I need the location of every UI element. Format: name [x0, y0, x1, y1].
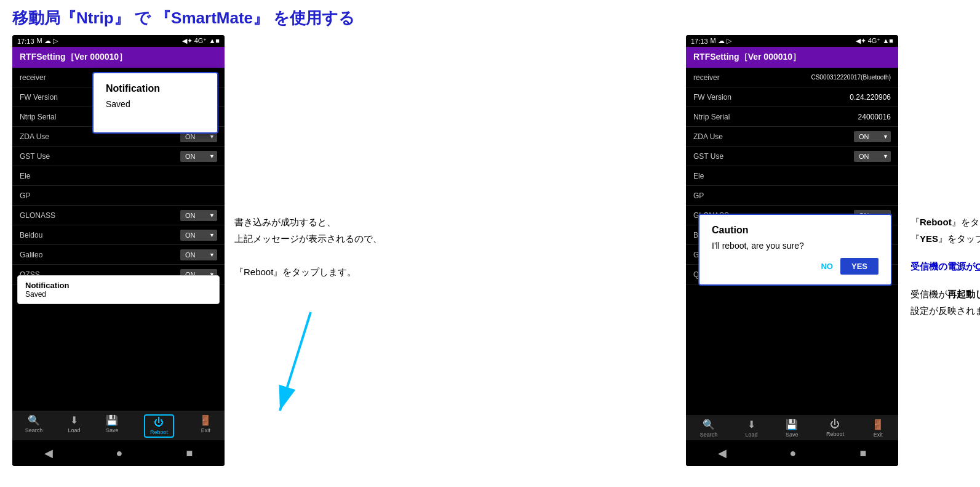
row-label: GP — [20, 191, 30, 200]
notification-title-large: Notification — [106, 83, 205, 94]
right-status-icons-right: ◀✦ 4G⁺ ▲■ — [856, 37, 893, 45]
table-row: ZDA Use ON▼ — [686, 127, 898, 147]
right-time: 17:13 — [691, 38, 708, 45]
right-zda-dropdown[interactable]: ON▼ — [854, 131, 891, 142]
row-label: GLONASS — [20, 211, 55, 220]
right-annotation-area: 『Reboot』をタップした後、 『YES』をタップします。 受信機の電源がOF… — [898, 207, 980, 325]
row-label: Ele — [693, 172, 704, 180]
table-row: GP — [686, 186, 898, 206]
right-nav-search[interactable]: 🔍 Search — [700, 419, 718, 438]
table-row: Ele — [12, 166, 225, 186]
row-label: GST Use — [693, 152, 723, 161]
table-row: GST Use ON▼ — [686, 147, 898, 166]
right-gst-dropdown[interactable]: ON▼ — [854, 151, 891, 162]
right-android-nav: ◀ ● ■ — [686, 440, 898, 466]
left-status-icons-right: ◀✦ 4G⁺ ▲■ — [182, 37, 220, 45]
table-row: receiver CS000312220017(Bluetooth) — [686, 68, 898, 87]
table-row: Ele — [686, 166, 898, 186]
nav-label: Load — [746, 432, 758, 438]
nav-exit[interactable]: 🚪 Exit — [199, 414, 212, 438]
left-status-bar: 17:13 M ☁ ▷ ◀✦ 4G⁺ ▲■ — [12, 35, 225, 47]
caution-no-button[interactable]: NO — [821, 258, 833, 275]
nav-load[interactable]: ⬇ Load — [68, 414, 81, 438]
right-annotation-line4: 受信機が再起動して電源ONになり、 設定が反映されます。 — [910, 286, 980, 319]
back-button[interactable]: ◀ — [718, 446, 727, 460]
svg-line-0 — [280, 312, 311, 411]
left-bottom-nav: 🔍 Search ⬇ Load 💾 Save ⏻ Reboot 🚪 E — [12, 411, 225, 440]
home-button[interactable]: ● — [790, 447, 797, 460]
nav-label: Search — [700, 432, 718, 438]
nav-label: Load — [68, 427, 81, 433]
right-nav-save[interactable]: 💾 Save — [786, 419, 799, 438]
cyan-arrow-icon — [261, 306, 335, 429]
row-label: Beidou — [20, 231, 42, 239]
left-time: 17:13 — [17, 38, 34, 45]
table-row: GST Use ON▼ — [12, 147, 225, 166]
table-row: GP — [12, 186, 225, 206]
row-label: receiver — [693, 73, 720, 82]
beidou-dropdown[interactable]: ON▼ — [180, 230, 217, 241]
back-button[interactable]: ◀ — [44, 446, 53, 460]
left-status-icons-left: M ☁ ▷ — [37, 37, 58, 45]
row-label: FW Version — [693, 93, 731, 102]
notification-dialog-large: Notification Saved — [92, 72, 218, 134]
row-label: Ele — [20, 172, 30, 180]
reboot-icon: ⏻ — [830, 419, 840, 430]
glonass-dropdown[interactable]: ON▼ — [180, 210, 217, 221]
left-annotation-area: 書き込みが成功すると、 上記メッセージが表示されるので、 『Reboot』をタッ… — [225, 35, 421, 286]
table-row: FW Version 0.24.220906 — [686, 87, 898, 107]
nav-reboot[interactable]: ⏻ Reboot — [144, 414, 174, 438]
right-nav-load[interactable]: ⬇ Load — [746, 419, 758, 438]
table-row: Ntrip Serial 24000016 — [686, 107, 898, 127]
nav-label: Reboot — [826, 431, 844, 437]
load-icon: ⬇ — [747, 419, 755, 430]
recents-button[interactable]: ■ — [860, 447, 867, 460]
table-row: Galileo ON▼ — [12, 245, 225, 265]
right-status-bar: 17:13 M ☁ ▷ ◀✦ 4G⁺ ▲■ — [686, 35, 898, 47]
caution-message: I'll reboot, are you sure? — [712, 241, 878, 251]
nav-label: Exit — [201, 427, 210, 433]
exit-icon: 🚪 — [199, 414, 212, 426]
notification-message-small: Saved — [25, 290, 212, 299]
row-value: 0.24.220906 — [850, 93, 891, 102]
row-label: receiver — [20, 73, 46, 82]
right-nav-reboot[interactable]: ⏻ Reboot — [826, 419, 844, 438]
row-value: CS000312220017(Bluetooth) — [811, 74, 891, 81]
caution-yes-button[interactable]: YES — [840, 258, 878, 275]
gst-dropdown[interactable]: ON▼ — [180, 151, 217, 162]
right-nav-exit[interactable]: 🚪 Exit — [872, 419, 884, 438]
exit-icon: 🚪 — [872, 419, 884, 430]
row-label: FW Version — [20, 93, 58, 102]
right-app-header: RTFSetting［Ver 000010］ — [686, 47, 898, 68]
save-icon: 💾 — [786, 419, 798, 430]
row-label: ZDA Use — [693, 132, 723, 141]
right-phone-screen: 17:13 M ☁ ▷ ◀✦ 4G⁺ ▲■ RTFSetting［Ver 000… — [686, 35, 898, 466]
row-label: Ntrip Serial — [20, 113, 56, 121]
notification-dialog-small: Notification Saved — [17, 275, 220, 304]
nav-label: Search — [25, 427, 43, 433]
caution-title: Caution — [712, 225, 878, 236]
notification-title-small: Notification — [25, 281, 212, 290]
annotation-text: 書き込みが成功すると、 上記メッセージが表示されるので、 『Reboot』をタッ… — [234, 214, 412, 280]
galileo-dropdown[interactable]: ON▼ — [180, 249, 217, 260]
home-button[interactable]: ● — [116, 447, 123, 460]
right-status-icons-left: M ☁ ▷ — [711, 37, 731, 45]
nav-save[interactable]: 💾 Save — [106, 414, 119, 438]
row-label: GP — [693, 191, 704, 200]
row-label: GST Use — [20, 152, 50, 161]
nav-label: Save — [106, 427, 119, 433]
nav-label: Exit — [874, 432, 883, 438]
recents-button[interactable]: ■ — [186, 447, 193, 460]
nav-search[interactable]: 🔍 Search — [25, 414, 43, 438]
page-title: 移動局『Ntrip』 で 『SmartMate』 を使用する — [0, 0, 980, 35]
load-icon: ⬇ — [70, 414, 78, 426]
left-android-nav: ◀ ● ■ — [12, 440, 225, 466]
save-icon: 💾 — [106, 414, 118, 426]
left-phone-screen: 17:13 M ☁ ▷ ◀✦ 4G⁺ ▲■ RTFSetting［Ver 000… — [12, 35, 225, 466]
left-app-header: RTFSetting［Ver 000010］ — [12, 47, 225, 68]
table-row: Beidou ON▼ — [12, 225, 225, 245]
table-row: GLONASS ON▼ — [12, 206, 225, 225]
nav-label: Reboot — [150, 429, 168, 435]
notification-message-large: Saved — [106, 99, 205, 109]
search-icon: 🔍 — [28, 414, 40, 426]
